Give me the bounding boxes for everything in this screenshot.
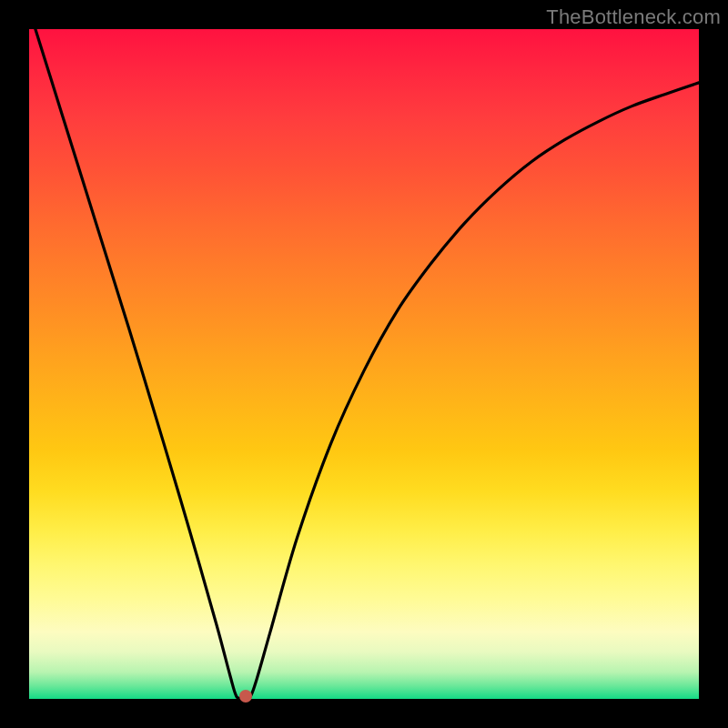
minimum-marker: [239, 690, 252, 703]
curve-layer: [29, 29, 699, 699]
bottleneck-curve: [29, 9, 699, 699]
plot-area: [29, 29, 699, 699]
watermark-text: TheBottleneck.com: [546, 5, 721, 29]
chart-frame: TheBottleneck.com: [0, 0, 728, 728]
